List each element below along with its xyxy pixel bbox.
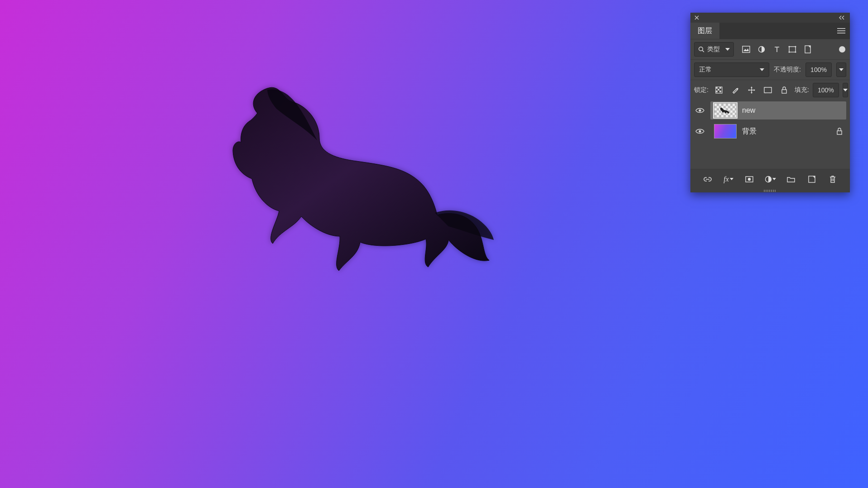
filter-kind-dropdown[interactable]: 类型 <box>694 42 734 57</box>
layer-row[interactable]: new <box>690 100 850 121</box>
blend-mode-dropdown[interactable]: 正常 <box>694 62 769 77</box>
lock-brush-icon[interactable] <box>728 83 742 97</box>
svg-rect-10 <box>764 87 772 93</box>
svg-point-12 <box>699 109 701 111</box>
trash-icon[interactable] <box>826 173 839 186</box>
opacity-label[interactable]: 不透明度: <box>774 66 801 74</box>
adjustment-layer-icon[interactable] <box>764 173 776 186</box>
svg-rect-3 <box>789 47 796 52</box>
chevron-down-icon <box>725 48 730 51</box>
fill-value: 100% <box>818 86 834 94</box>
panel-resize-grip[interactable] <box>690 189 850 192</box>
svg-rect-14 <box>837 131 842 134</box>
layer-list: new 背景 <box>690 100 850 169</box>
filter-kind-label: 类型 <box>707 45 720 53</box>
svg-rect-1 <box>743 46 750 53</box>
svg-point-4 <box>788 46 790 47</box>
lock-row: 锁定: 填充: 100% <box>690 80 850 100</box>
panel-titlebar[interactable] <box>690 13 850 23</box>
link-layers-icon[interactable] <box>701 173 714 186</box>
lock-artboard-icon[interactable] <box>761 83 775 97</box>
tab-layers[interactable]: 图层 <box>690 23 719 39</box>
visibility-toggle-icon[interactable] <box>694 128 706 134</box>
search-icon <box>698 46 704 53</box>
fill-dropdown-icon[interactable] <box>843 83 848 97</box>
layer-panel-footer: fx <box>690 169 850 189</box>
adjustment-filter-icon[interactable] <box>755 43 768 56</box>
canvas-artwork-horse <box>222 77 503 272</box>
lock-icon[interactable] <box>836 128 843 135</box>
collapse-panel-icon[interactable] <box>837 14 847 21</box>
layer-thumbnail[interactable] <box>714 124 737 139</box>
visibility-toggle-icon[interactable] <box>694 107 706 114</box>
shape-filter-icon[interactable] <box>786 43 799 56</box>
group-icon[interactable] <box>785 173 797 186</box>
lock-move-icon[interactable] <box>745 83 758 97</box>
lock-all-icon[interactable] <box>777 83 791 97</box>
mask-icon[interactable] <box>743 173 756 186</box>
panel-menu-icon[interactable] <box>833 23 850 39</box>
svg-point-5 <box>795 46 796 47</box>
svg-point-6 <box>788 51 790 53</box>
smartobject-filter-icon[interactable] <box>801 43 815 56</box>
panel-tabbar: 图层 <box>690 23 850 39</box>
tab-label: 图层 <box>698 26 712 36</box>
new-layer-icon[interactable] <box>805 173 818 186</box>
svg-point-0 <box>699 47 703 51</box>
svg-point-13 <box>699 130 701 132</box>
blend-row: 正常 不透明度: 100% <box>690 59 850 80</box>
svg-point-16 <box>748 177 751 180</box>
filter-toggle-icon[interactable] <box>839 46 845 53</box>
layer-thumbnail[interactable] <box>714 103 737 118</box>
opacity-field[interactable]: 100% <box>805 62 832 77</box>
layer-row[interactable]: 背景 <box>690 121 850 142</box>
svg-rect-11 <box>782 90 786 93</box>
lock-label: 锁定: <box>694 86 709 94</box>
blend-mode-value: 正常 <box>699 66 712 74</box>
fx-icon[interactable]: fx <box>722 173 735 186</box>
type-filter-icon[interactable] <box>770 43 784 56</box>
close-icon[interactable] <box>693 14 700 21</box>
layer-name[interactable]: 背景 <box>742 127 757 136</box>
fill-field[interactable]: 100% <box>813 83 839 97</box>
fill-label[interactable]: 填充: <box>795 86 809 94</box>
layer-name[interactable]: new <box>742 106 755 115</box>
layer-filter-row: 类型 <box>690 39 850 59</box>
image-filter-icon[interactable] <box>739 43 753 56</box>
lock-pixels-icon[interactable] <box>712 83 726 97</box>
layers-panel: 图层 类型 正常 不透明度: 100% 锁定: <box>690 13 850 192</box>
svg-point-7 <box>795 51 796 53</box>
chevron-down-icon <box>760 68 764 71</box>
opacity-dropdown-icon[interactable] <box>836 62 846 77</box>
opacity-value: 100% <box>810 66 827 73</box>
